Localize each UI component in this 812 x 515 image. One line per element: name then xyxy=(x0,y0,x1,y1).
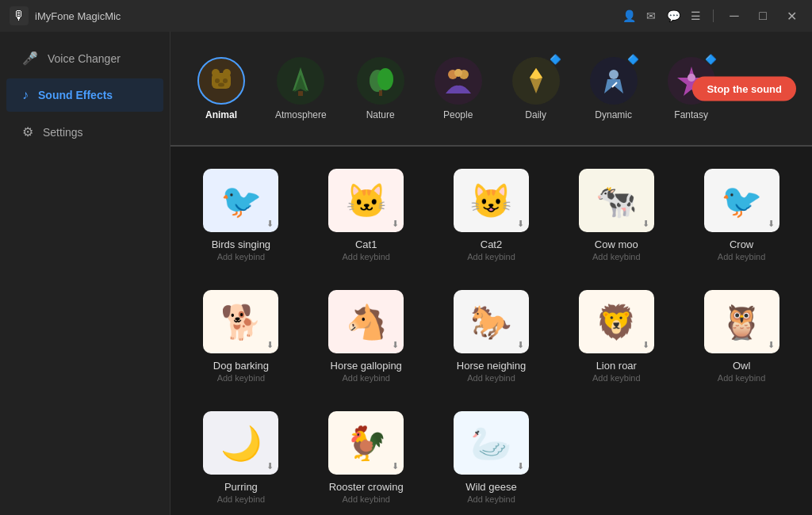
sound-card-image-lion-roar: 🦁 ⬇ xyxy=(579,290,654,353)
category-daily[interactable]: 🔷 Daily xyxy=(501,51,571,127)
sound-name-dog-barking: Dog barking xyxy=(213,360,269,372)
download-icon-horse-neighing: ⬇ xyxy=(517,340,524,350)
sound-card-dog-barking[interactable]: 🐕 ⬇ Dog barking Add keybind xyxy=(186,284,296,389)
title-bar: 🎙 iMyFone MagicMic 👤 ✉ 💬 ☰ ─ □ ✕ xyxy=(0,0,812,32)
sound-keybind-cow-moo[interactable]: Add keybind xyxy=(592,252,641,261)
person-icon[interactable]: 👤 xyxy=(621,8,637,24)
sound-keybind-lion-roar[interactable]: Add keybind xyxy=(592,373,641,383)
sidebar-item-voice-changer[interactable]: 🎤 Voice Changer xyxy=(6,41,163,75)
sound-keybind-rooster-crowing[interactable]: Add keybind xyxy=(342,494,390,504)
sidebar-item-sound-effects[interactable]: ♪ Sound Effects xyxy=(6,78,163,112)
daily-icon: 🔷 xyxy=(512,57,560,105)
category-fantasy-label: Fantasy xyxy=(674,109,708,120)
dynamic-icon: 🔷 xyxy=(590,57,638,105)
sound-name-wild-geese: Wild geese xyxy=(465,481,516,493)
sound-keybind-purring[interactable]: Add keybind xyxy=(217,494,266,504)
menu-icon[interactable]: ☰ xyxy=(688,8,703,24)
people-icon xyxy=(435,57,482,105)
sound-card-lion-roar[interactable]: 🦁 ⬇ Lion roar Add keybind xyxy=(561,284,671,389)
category-people-label: People xyxy=(443,109,473,120)
sound-name-owl: Owl xyxy=(733,360,750,372)
app-body: 🎤 Voice Changer ♪ Sound Effects ⚙ Settin… xyxy=(0,32,812,515)
category-animal[interactable]: Animal xyxy=(186,51,256,127)
sound-keybind-dog-barking[interactable]: Add keybind xyxy=(217,373,266,383)
svg-point-5 xyxy=(218,82,224,86)
sound-card-birds-singing[interactable]: 🐦 ⬇ Birds singing Add keybind xyxy=(186,162,296,268)
sound-name-rooster-crowing: Rooster crowing xyxy=(329,481,404,493)
svg-point-20 xyxy=(688,74,695,82)
category-nature[interactable]: Nature xyxy=(346,51,416,127)
app-logo: 🎙 xyxy=(10,6,29,25)
sound-card-horse-neighing[interactable]: 🐎 ⬇ Horse neighing Add keybind xyxy=(437,284,546,389)
download-icon-cow-moo: ⬇ xyxy=(642,219,649,229)
category-people[interactable]: People xyxy=(423,51,493,127)
category-daily-label: Daily xyxy=(525,109,546,120)
sound-name-purring: Purring xyxy=(224,481,258,493)
sidebar-label-sound-effects: Sound Effects xyxy=(38,89,113,101)
download-icon-birds-singing: ⬇ xyxy=(266,219,274,229)
sound-card-wild-geese[interactable]: 🦢 ⬇ Wild geese Add keybind xyxy=(437,405,546,510)
category-atmosphere-label: Atmosphere xyxy=(275,109,327,120)
sound-card-cat2[interactable]: 😺 ⬇ Cat2 Add keybind xyxy=(437,162,546,268)
sound-card-image-dog-barking: 🐕 ⬇ xyxy=(203,290,278,353)
category-dynamic-label: Dynamic xyxy=(595,109,632,120)
stop-sound-button[interactable]: Stop the sound xyxy=(692,76,796,101)
sound-keybind-wild-geese[interactable]: Add keybind xyxy=(467,494,515,504)
svg-marker-16 xyxy=(530,68,542,79)
sound-card-image-cow-moo: 🐄 ⬇ xyxy=(579,169,654,232)
sidebar-item-settings[interactable]: ⚙ Settings xyxy=(6,115,163,149)
svg-point-4 xyxy=(223,78,228,83)
sound-card-purring[interactable]: 🌙 ⬇ Purring Add keybind xyxy=(186,405,296,510)
sound-card-rooster-crowing[interactable]: 🐓 ⬇ Rooster crowing Add keybind xyxy=(312,405,421,510)
close-button[interactable]: ✕ xyxy=(780,8,802,24)
category-atmosphere[interactable]: Atmosphere xyxy=(264,51,338,127)
sound-card-image-cat2: 😺 ⬇ xyxy=(454,169,529,232)
sound-grid: 🐦 ⬇ Birds singing Add keybind 🐱 ⬇ Cat1 A… xyxy=(186,162,796,510)
category-nature-label: Nature xyxy=(366,109,395,120)
download-icon-cat1: ⬇ xyxy=(392,219,399,229)
sidebar-label-voice-changer: Voice Changer xyxy=(48,52,121,65)
sound-card-image-horse-galloping: 🐴 ⬇ xyxy=(328,290,404,353)
sound-name-cat2: Cat2 xyxy=(481,238,502,250)
mail-icon[interactable]: ✉ xyxy=(643,8,659,24)
download-icon-horse-galloping: ⬇ xyxy=(392,340,399,350)
sound-name-cat1: Cat1 xyxy=(355,238,377,250)
sound-card-image-purring: 🌙 ⬇ xyxy=(203,411,278,475)
svg-point-17 xyxy=(609,70,619,79)
sound-keybind-owl[interactable]: Add keybind xyxy=(718,373,766,383)
chat-icon[interactable]: 💬 xyxy=(665,8,681,24)
sound-card-image-crow: 🐦 ⬇ xyxy=(704,169,779,232)
sound-keybind-birds-singing[interactable]: Add keybind xyxy=(217,252,266,261)
sound-card-image-owl: 🦉 ⬇ xyxy=(704,290,779,353)
sound-card-owl[interactable]: 🦉 ⬇ Owl Add keybind xyxy=(687,284,796,389)
app-title: iMyFone MagicMic xyxy=(35,10,621,22)
sound-name-cow-moo: Cow moo xyxy=(595,238,638,250)
download-icon-cat2: ⬇ xyxy=(517,219,524,229)
minimize-button[interactable]: ─ xyxy=(723,8,745,24)
svg-point-3 xyxy=(215,78,220,83)
sound-card-image-birds-singing: 🐦 ⬇ xyxy=(203,169,278,232)
sound-keybind-horse-galloping[interactable]: Add keybind xyxy=(342,373,390,383)
sound-name-crow: Crow xyxy=(730,238,753,250)
category-animal-label: Animal xyxy=(205,109,237,120)
sidebar: 🎤 Voice Changer ♪ Sound Effects ⚙ Settin… xyxy=(0,32,170,515)
sound-keybind-cat2[interactable]: Add keybind xyxy=(467,252,515,261)
svg-rect-11 xyxy=(379,90,382,96)
download-icon-crow: ⬇ xyxy=(768,219,775,229)
category-dynamic[interactable]: 🔷 Dynamic xyxy=(579,51,649,127)
sound-card-crow[interactable]: 🐦 ⬇ Crow Add keybind xyxy=(687,162,796,268)
sound-keybind-crow[interactable]: Add keybind xyxy=(718,252,766,261)
sound-name-horse-galloping: Horse galloping xyxy=(331,360,402,372)
maximize-button[interactable]: □ xyxy=(752,8,774,24)
sound-card-image-horse-neighing: 🐎 ⬇ xyxy=(454,290,529,353)
sound-card-horse-galloping[interactable]: 🐴 ⬇ Horse galloping Add keybind xyxy=(312,284,421,389)
sound-keybind-horse-neighing[interactable]: Add keybind xyxy=(467,373,515,383)
sound-keybind-cat1[interactable]: Add keybind xyxy=(342,252,390,261)
sound-name-lion-roar: Lion roar xyxy=(596,360,637,372)
sound-card-cat1[interactable]: 🐱 ⬇ Cat1 Add keybind xyxy=(312,162,421,268)
sidebar-label-settings: Settings xyxy=(43,126,83,139)
nature-icon xyxy=(357,57,404,105)
category-bar: Animal Atmosphere xyxy=(170,32,812,147)
animal-icon xyxy=(197,57,245,105)
sound-card-cow-moo[interactable]: 🐄 ⬇ Cow moo Add keybind xyxy=(561,162,671,268)
